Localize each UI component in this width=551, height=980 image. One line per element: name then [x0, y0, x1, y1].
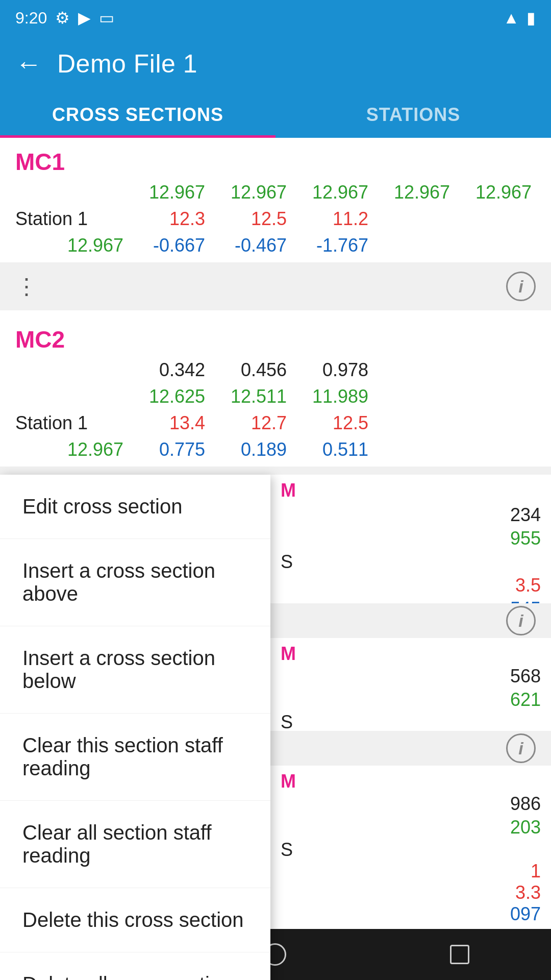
section-mc2: MC2 0.342 0.456 0.978 12.625 12.511 11.9…: [0, 315, 551, 462]
bg-section1-station-label: S: [281, 550, 541, 574]
mc1-info-button[interactable]: i: [506, 272, 536, 301]
tab-cross-sections[interactable]: CROSS SECTIONS: [0, 92, 276, 138]
bg-section3-station-num: 1: [281, 861, 541, 882]
mc2-green-2: 12.511: [209, 384, 291, 409]
menu-item-delete-this[interactable]: Delete this cross section: [0, 888, 270, 952]
settings-icon: ⚙: [55, 8, 70, 28]
main-content: MC1 12.967 12.967 12.967 12.967 12.967 S…: [0, 138, 551, 514]
bg-action-row-2: i: [270, 731, 551, 766]
bg-section1-name: M: [281, 480, 541, 501]
battery-icon: ▮: [527, 8, 536, 28]
mc2-green-3: 11.989: [291, 384, 372, 409]
tab-bar: CROSS SECTIONS STATIONS: [0, 92, 551, 138]
time-display: 9:20: [15, 9, 47, 28]
mc2-black-3: 0.978: [291, 357, 372, 383]
status-right: ▲ ▮: [503, 8, 536, 28]
mc1-station-label: Station 1: [15, 206, 128, 232]
mc1-top-2: 12.967: [209, 180, 291, 205]
menu-item-insert-above[interactable]: Insert a cross section above: [0, 539, 270, 626]
mc1-top-4: 12.967: [372, 180, 454, 205]
context-menu: Edit cross section Insert a cross sectio…: [0, 475, 270, 980]
mc1-blue-1: -0.667: [128, 233, 209, 258]
app-bar: ← Demo File 1: [0, 36, 551, 92]
mc2-green-1: 12.625: [128, 384, 209, 409]
status-bar: 9:20 ⚙ ▶ ▭ ▲ ▮: [0, 0, 551, 36]
nav-recents-button[interactable]: [419, 937, 500, 972]
bg-section2-station-label: S: [281, 712, 541, 733]
bg-info-btn-2[interactable]: i: [506, 733, 536, 763]
bg-section3-black1: 986: [281, 792, 541, 816]
recents-square-icon: [450, 945, 469, 964]
mc2-blue-1: 0.775: [128, 437, 209, 462]
signal-icon: ▲: [503, 9, 519, 28]
shield-icon: ▶: [78, 8, 91, 28]
section-mc2-name: MC2: [15, 326, 536, 353]
bg-section2-green1: 621: [281, 688, 541, 712]
mc1-menu-button[interactable]: ⋮: [15, 275, 36, 298]
bg-section1-red: 3.5: [281, 574, 541, 597]
mc1-top-3: 12.967: [291, 180, 372, 205]
bg-info-btn-1[interactable]: i: [506, 606, 536, 635]
menu-item-clear-this[interactable]: Clear this section staff reading: [0, 714, 270, 801]
mc2-black-1: 0.342: [128, 357, 209, 383]
mc2-red-2: 12.7: [209, 410, 291, 436]
section-mc1-name: MC1: [15, 148, 536, 176]
mc1-action-row: ⋮ i: [0, 262, 551, 310]
mc1-red-3: 11.2: [291, 206, 372, 232]
bg-action-row-1: i: [270, 603, 551, 638]
mc1-top-1: 12.967: [128, 180, 209, 205]
mc2-station-label: Station 1: [15, 410, 128, 436]
mc2-blue-2: 0.189: [209, 437, 291, 462]
bg-section3-green1: 203: [281, 816, 541, 839]
section-mc1: MC1 12.967 12.967 12.967 12.967 12.967 S…: [0, 138, 551, 258]
mc2-red-1: 13.4: [128, 410, 209, 436]
menu-item-edit[interactable]: Edit cross section: [0, 475, 270, 539]
bg-section3-name: M: [281, 771, 541, 792]
mc1-station-value: 12.967: [15, 233, 128, 258]
mc2-black-2: 0.456: [209, 357, 291, 383]
mc2-blue-3: 0.511: [291, 437, 372, 462]
bg-section2-name: M: [281, 643, 541, 665]
bg-section1-black1: 234: [281, 503, 541, 527]
mc1-red-2: 12.5: [209, 206, 291, 232]
menu-item-delete-all[interactable]: Delete all cross section: [0, 952, 270, 980]
bg-section3-red: 3.3: [281, 882, 541, 903]
tab-stations[interactable]: STATIONS: [276, 92, 551, 138]
mc1-data-grid: 12.967 12.967 12.967 12.967 12.967 Stati…: [15, 180, 536, 258]
mc2-data-grid: 0.342 0.456 0.978 12.625 12.511 11.989 S…: [15, 357, 536, 462]
mc1-blue-3: -1.767: [291, 233, 372, 258]
bg-section2-black1: 568: [281, 665, 541, 688]
mc1-blue-2: -0.467: [209, 233, 291, 258]
app-title: Demo File 1: [57, 49, 197, 79]
bg-section-partial-3: M 986 203 S 1 3.3 097: [270, 766, 551, 930]
bg-section3-blue: 097: [281, 903, 541, 925]
mc2-red-3: 12.5: [291, 410, 372, 436]
clipboard-icon: ▭: [99, 8, 114, 28]
menu-item-clear-all[interactable]: Clear all section staff reading: [0, 801, 270, 888]
bg-section1-green1: 955: [281, 527, 541, 550]
status-left: 9:20 ⚙ ▶ ▭: [15, 8, 114, 28]
mc2-station-value: 12.967: [15, 437, 128, 462]
mc1-red-1: 12.3: [128, 206, 209, 232]
menu-item-insert-below[interactable]: Insert a cross section below: [0, 626, 270, 714]
bg-section3-station-label: S: [281, 839, 541, 861]
back-button[interactable]: ←: [15, 48, 42, 79]
mc1-top-5: 12.967: [454, 180, 536, 205]
